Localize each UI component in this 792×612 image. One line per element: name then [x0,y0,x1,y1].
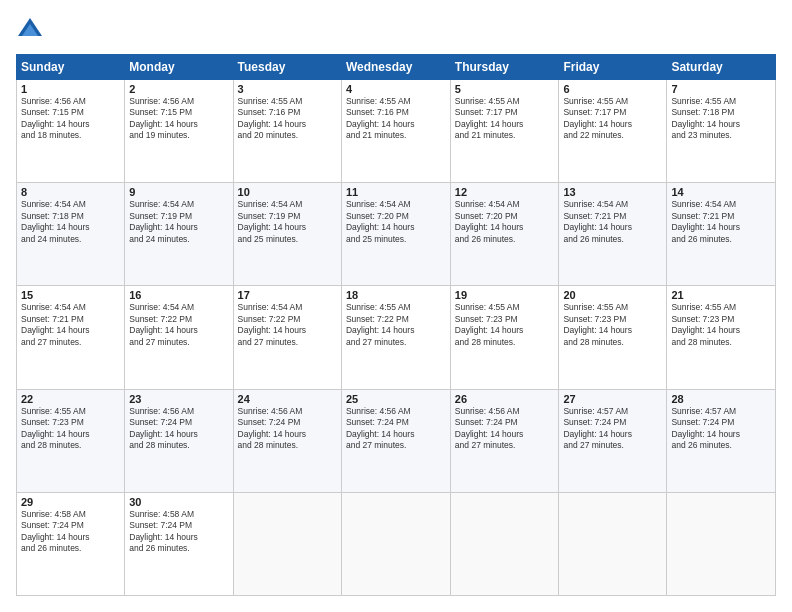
day-number: 10 [238,186,337,198]
calendar-cell: 25Sunrise: 4:56 AM Sunset: 7:24 PM Dayli… [341,389,450,492]
calendar-cell: 20Sunrise: 4:55 AM Sunset: 7:23 PM Dayli… [559,286,667,389]
calendar-cell: 18Sunrise: 4:55 AM Sunset: 7:22 PM Dayli… [341,286,450,389]
calendar-cell: 8Sunrise: 4:54 AM Sunset: 7:18 PM Daylig… [17,183,125,286]
calendar-week-1: 1Sunrise: 4:56 AM Sunset: 7:15 PM Daylig… [17,80,776,183]
calendar-cell: 3Sunrise: 4:55 AM Sunset: 7:16 PM Daylig… [233,80,341,183]
day-number: 6 [563,83,662,95]
day-info: Sunrise: 4:56 AM Sunset: 7:15 PM Dayligh… [129,96,228,142]
day-info: Sunrise: 4:58 AM Sunset: 7:24 PM Dayligh… [129,509,228,555]
weekday-wednesday: Wednesday [341,55,450,80]
calendar-week-4: 22Sunrise: 4:55 AM Sunset: 7:23 PM Dayli… [17,389,776,492]
day-info: Sunrise: 4:54 AM Sunset: 7:20 PM Dayligh… [346,199,446,245]
day-info: Sunrise: 4:55 AM Sunset: 7:23 PM Dayligh… [563,302,662,348]
day-number: 28 [671,393,771,405]
weekday-monday: Monday [125,55,233,80]
day-number: 7 [671,83,771,95]
day-number: 5 [455,83,555,95]
day-number: 2 [129,83,228,95]
day-info: Sunrise: 4:56 AM Sunset: 7:24 PM Dayligh… [346,406,446,452]
day-number: 15 [21,289,120,301]
calendar-cell [450,492,559,595]
day-info: Sunrise: 4:54 AM Sunset: 7:19 PM Dayligh… [238,199,337,245]
day-info: Sunrise: 4:54 AM Sunset: 7:19 PM Dayligh… [129,199,228,245]
day-number: 4 [346,83,446,95]
calendar-cell: 22Sunrise: 4:55 AM Sunset: 7:23 PM Dayli… [17,389,125,492]
day-info: Sunrise: 4:55 AM Sunset: 7:23 PM Dayligh… [671,302,771,348]
day-info: Sunrise: 4:54 AM Sunset: 7:20 PM Dayligh… [455,199,555,245]
day-info: Sunrise: 4:55 AM Sunset: 7:23 PM Dayligh… [21,406,120,452]
calendar-cell: 28Sunrise: 4:57 AM Sunset: 7:24 PM Dayli… [667,389,776,492]
calendar-cell: 30Sunrise: 4:58 AM Sunset: 7:24 PM Dayli… [125,492,233,595]
calendar-cell: 6Sunrise: 4:55 AM Sunset: 7:17 PM Daylig… [559,80,667,183]
day-number: 17 [238,289,337,301]
calendar-cell: 16Sunrise: 4:54 AM Sunset: 7:22 PM Dayli… [125,286,233,389]
day-info: Sunrise: 4:54 AM Sunset: 7:22 PM Dayligh… [238,302,337,348]
day-number: 12 [455,186,555,198]
day-info: Sunrise: 4:55 AM Sunset: 7:16 PM Dayligh… [238,96,337,142]
calendar-week-5: 29Sunrise: 4:58 AM Sunset: 7:24 PM Dayli… [17,492,776,595]
day-number: 27 [563,393,662,405]
day-info: Sunrise: 4:54 AM Sunset: 7:18 PM Dayligh… [21,199,120,245]
day-info: Sunrise: 4:54 AM Sunset: 7:21 PM Dayligh… [563,199,662,245]
calendar-cell: 13Sunrise: 4:54 AM Sunset: 7:21 PM Dayli… [559,183,667,286]
weekday-friday: Friday [559,55,667,80]
day-info: Sunrise: 4:57 AM Sunset: 7:24 PM Dayligh… [563,406,662,452]
day-number: 18 [346,289,446,301]
calendar-cell: 7Sunrise: 4:55 AM Sunset: 7:18 PM Daylig… [667,80,776,183]
calendar-cell: 1Sunrise: 4:56 AM Sunset: 7:15 PM Daylig… [17,80,125,183]
calendar-cell: 2Sunrise: 4:56 AM Sunset: 7:15 PM Daylig… [125,80,233,183]
calendar-cell: 14Sunrise: 4:54 AM Sunset: 7:21 PM Dayli… [667,183,776,286]
calendar-cell: 12Sunrise: 4:54 AM Sunset: 7:20 PM Dayli… [450,183,559,286]
day-number: 9 [129,186,228,198]
calendar-cell [667,492,776,595]
calendar-cell: 5Sunrise: 4:55 AM Sunset: 7:17 PM Daylig… [450,80,559,183]
day-info: Sunrise: 4:54 AM Sunset: 7:21 PM Dayligh… [671,199,771,245]
calendar-cell [341,492,450,595]
day-number: 14 [671,186,771,198]
day-number: 25 [346,393,446,405]
calendar-cell: 11Sunrise: 4:54 AM Sunset: 7:20 PM Dayli… [341,183,450,286]
day-number: 22 [21,393,120,405]
calendar-cell: 27Sunrise: 4:57 AM Sunset: 7:24 PM Dayli… [559,389,667,492]
day-info: Sunrise: 4:55 AM Sunset: 7:18 PM Dayligh… [671,96,771,142]
day-info: Sunrise: 4:56 AM Sunset: 7:24 PM Dayligh… [455,406,555,452]
day-info: Sunrise: 4:56 AM Sunset: 7:15 PM Dayligh… [21,96,120,142]
day-number: 26 [455,393,555,405]
calendar-cell: 29Sunrise: 4:58 AM Sunset: 7:24 PM Dayli… [17,492,125,595]
day-info: Sunrise: 4:55 AM Sunset: 7:17 PM Dayligh… [455,96,555,142]
day-number: 11 [346,186,446,198]
day-number: 29 [21,496,120,508]
page: SundayMondayTuesdayWednesdayThursdayFrid… [0,0,792,612]
calendar-cell: 10Sunrise: 4:54 AM Sunset: 7:19 PM Dayli… [233,183,341,286]
day-number: 23 [129,393,228,405]
day-info: Sunrise: 4:58 AM Sunset: 7:24 PM Dayligh… [21,509,120,555]
day-number: 20 [563,289,662,301]
day-number: 8 [21,186,120,198]
day-info: Sunrise: 4:55 AM Sunset: 7:17 PM Dayligh… [563,96,662,142]
calendar-cell: 17Sunrise: 4:54 AM Sunset: 7:22 PM Dayli… [233,286,341,389]
calendar-cell: 9Sunrise: 4:54 AM Sunset: 7:19 PM Daylig… [125,183,233,286]
weekday-saturday: Saturday [667,55,776,80]
weekday-sunday: Sunday [17,55,125,80]
weekday-header-row: SundayMondayTuesdayWednesdayThursdayFrid… [17,55,776,80]
day-number: 24 [238,393,337,405]
logo [16,16,48,44]
day-number: 30 [129,496,228,508]
calendar-cell: 24Sunrise: 4:56 AM Sunset: 7:24 PM Dayli… [233,389,341,492]
header [16,16,776,44]
calendar-cell: 21Sunrise: 4:55 AM Sunset: 7:23 PM Dayli… [667,286,776,389]
day-info: Sunrise: 4:55 AM Sunset: 7:22 PM Dayligh… [346,302,446,348]
weekday-tuesday: Tuesday [233,55,341,80]
calendar-table: SundayMondayTuesdayWednesdayThursdayFrid… [16,54,776,596]
day-number: 19 [455,289,555,301]
calendar-cell: 23Sunrise: 4:56 AM Sunset: 7:24 PM Dayli… [125,389,233,492]
day-number: 1 [21,83,120,95]
calendar-cell [559,492,667,595]
calendar-week-2: 8Sunrise: 4:54 AM Sunset: 7:18 PM Daylig… [17,183,776,286]
calendar-cell: 19Sunrise: 4:55 AM Sunset: 7:23 PM Dayli… [450,286,559,389]
day-info: Sunrise: 4:56 AM Sunset: 7:24 PM Dayligh… [238,406,337,452]
day-number: 21 [671,289,771,301]
day-info: Sunrise: 4:55 AM Sunset: 7:23 PM Dayligh… [455,302,555,348]
calendar-cell: 26Sunrise: 4:56 AM Sunset: 7:24 PM Dayli… [450,389,559,492]
day-number: 3 [238,83,337,95]
